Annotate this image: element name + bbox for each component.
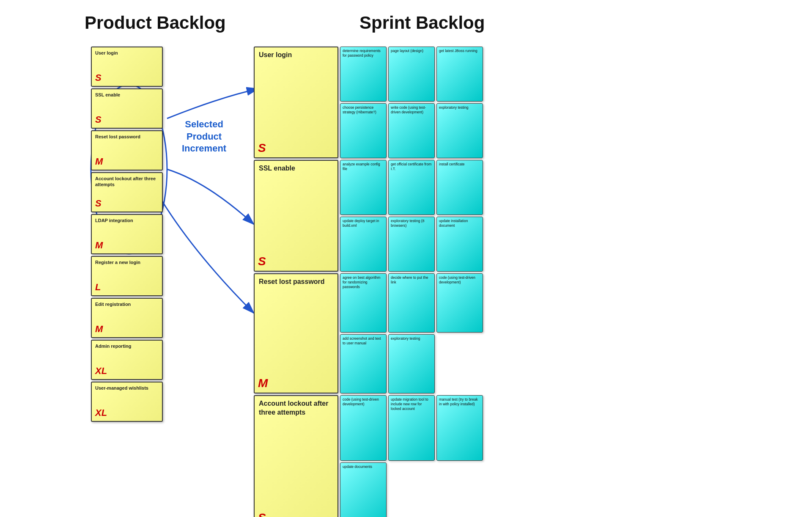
sprint-task-col-2-1: decide where to put the linkexploratory …: [388, 273, 435, 393]
sprint-story-title-2: Reset lost password: [259, 278, 333, 286]
sprint-task-col-0-0: determine requirements for password poli…: [340, 47, 387, 158]
sprint-story-size-0: S: [258, 141, 266, 155]
backlog-card-title-6: Edit registration: [95, 301, 159, 307]
task-card-2-0-1[interactable]: add screenshot and text to user manual: [340, 334, 387, 393]
backlog-card-0[interactable]: User login S: [91, 47, 163, 87]
task-card-2-1-1[interactable]: exploratory testing: [388, 334, 435, 393]
backlog-card-size-4: M: [95, 240, 103, 251]
backlog-card-8[interactable]: User-managed wishlists XL: [91, 382, 163, 422]
sprint-story-card-3[interactable]: Account lockout after three attempts S: [254, 395, 338, 517]
sprint-story-size-1: S: [258, 255, 266, 268]
task-card-0-2-0[interactable]: get latest JBoss running: [436, 47, 483, 102]
sprint-story-card-2[interactable]: Reset lost password M: [254, 273, 338, 393]
sprint-task-col-1-1: get official certificate from I.T.explor…: [388, 160, 435, 272]
backlog-card-size-2: M: [95, 156, 103, 167]
task-card-0-0-1[interactable]: choose persistence strategy (Hibernate?): [340, 103, 387, 158]
task-card-2-2-0[interactable]: code (using test-driven development): [436, 273, 483, 333]
backlog-card-size-8: XL: [95, 407, 107, 418]
task-card-1-0-1[interactable]: update deploy target in build.xml: [340, 217, 387, 272]
task-card-1-1-0[interactable]: get official certificate from I.T.: [388, 160, 435, 215]
sprint-task-col-2-0: agree on best algorithm for randomizing …: [340, 273, 387, 393]
backlog-card-2[interactable]: Reset lost password M: [91, 130, 163, 170]
task-card-0-0-0[interactable]: determine requirements for password poli…: [340, 47, 387, 102]
backlog-card-size-0: S: [95, 72, 102, 83]
backlog-card-title-5: Register a new login: [95, 259, 159, 265]
sprint-task-col-0-2: get latest JBoss runningexploratory test…: [436, 47, 483, 158]
sprint-row-3: Account lockout after three attempts S c…: [254, 395, 483, 517]
sprint-story-size-3: S: [258, 511, 266, 517]
task-card-1-1-1[interactable]: exploratory testing (8 browsers): [388, 217, 435, 272]
task-card-3-1-0[interactable]: update migration tool to include new row…: [388, 395, 435, 461]
backlog-card-title-1: SSL enable: [95, 92, 159, 98]
backlog-card-title-0: User login: [95, 50, 159, 56]
sprint-task-col-2-2: code (using test-driven development): [436, 273, 483, 333]
task-card-3-0-0[interactable]: code (using test-driven development): [340, 395, 387, 461]
task-card-0-1-1[interactable]: write code (using test-driven developmen…: [388, 103, 435, 158]
backlog-card-3[interactable]: Account lockout after three attempts S: [91, 172, 163, 212]
task-card-0-2-1[interactable]: exploratory testing: [436, 103, 483, 158]
sprint-task-col-3-2: manual test (try to break in with policy…: [436, 395, 483, 461]
backlog-card-size-5: L: [95, 282, 101, 293]
sprint-story-card-1[interactable]: SSL enable S: [254, 160, 338, 272]
sprint-story-size-2: M: [258, 377, 268, 390]
sprint-row-1: SSL enable S analyze example config file…: [254, 160, 483, 272]
sprint-task-col-1-0: analyze example config fileupdate deploy…: [340, 160, 387, 272]
sprint-row-0: User login S determine requirements for …: [254, 47, 483, 158]
task-card-2-1-0[interactable]: decide where to put the link: [388, 273, 435, 333]
sprint-story-card-0[interactable]: User login S: [254, 47, 338, 158]
backlog-card-size-1: S: [95, 114, 102, 125]
backlog-card-4[interactable]: LDAP integration M: [91, 214, 163, 254]
backlog-card-size-6: M: [95, 324, 103, 335]
backlog-card-7[interactable]: Admin reporting XL: [91, 340, 163, 380]
sprint-story-title-0: User login: [259, 51, 333, 60]
sprint-area: User login S determine requirements for …: [254, 47, 483, 517]
backlog-card-6[interactable]: Edit registration M: [91, 298, 163, 338]
backlog-card-1[interactable]: SSL enable S: [91, 88, 163, 129]
backlog-card-size-7: XL: [95, 366, 107, 377]
task-card-3-0-1[interactable]: update documents: [340, 462, 387, 517]
sprint-story-title-3: Account lockout after three attempts: [259, 399, 333, 417]
backlog-card-size-3: S: [95, 198, 102, 209]
task-card-3-2-0[interactable]: manual test (try to break in with policy…: [436, 395, 483, 461]
sprint-row-2: Reset lost password M agree on best algo…: [254, 273, 483, 393]
sprint-task-col-0-1: page layout (design)write code (using te…: [388, 47, 435, 158]
sprint-task-col-3-1: update migration tool to include new row…: [388, 395, 435, 461]
task-card-1-2-1[interactable]: update installation document: [436, 217, 483, 272]
task-card-0-1-0[interactable]: page layout (design): [388, 47, 435, 102]
backlog-card-title-3: Account lockout after three attempts: [95, 176, 159, 188]
task-card-1-0-0[interactable]: analyze example config file: [340, 160, 387, 215]
backlog-column: User login S SSL enable S Reset lost pas…: [91, 47, 163, 422]
selected-increment-label: SelectedProductIncrement: [182, 118, 226, 155]
sprint-task-col-1-2: install certificateupdate installation d…: [436, 160, 483, 272]
backlog-card-title-7: Admin reporting: [95, 343, 159, 349]
backlog-card-title-8: User-managed wishlists: [95, 385, 159, 391]
backlog-card-title-2: Reset lost password: [95, 134, 159, 140]
task-card-2-0-0[interactable]: agree on best algorithm for randomizing …: [340, 273, 387, 333]
sprint-task-col-3-0: code (using test-driven development)upda…: [340, 395, 387, 517]
sprint-backlog-title: Sprint Backlog: [359, 13, 485, 33]
task-card-1-2-0[interactable]: install certificate: [436, 160, 483, 215]
backlog-card-title-4: LDAP integration: [95, 217, 159, 223]
backlog-card-5[interactable]: Register a new login L: [91, 256, 163, 296]
product-backlog-title: Product Backlog: [85, 13, 226, 33]
sprint-story-title-1: SSL enable: [259, 164, 333, 173]
